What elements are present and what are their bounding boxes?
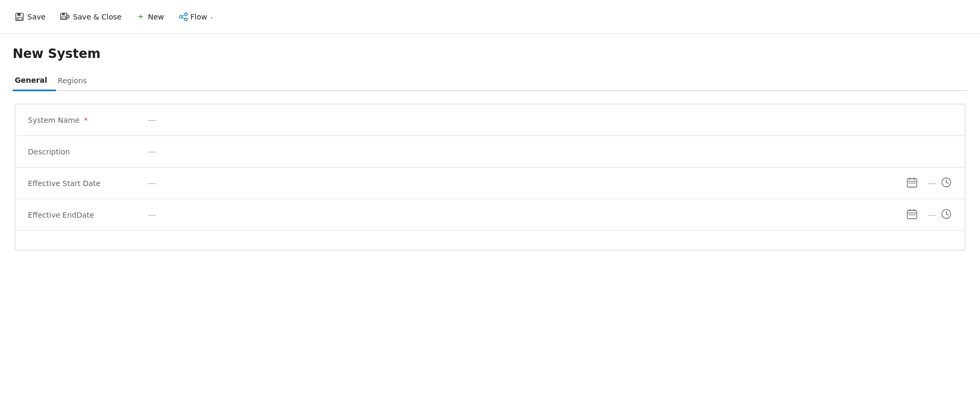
svg-point-10: [180, 15, 182, 18]
svg-rect-30: [911, 214, 913, 216]
save-label: Save: [27, 13, 45, 21]
system-name-row: System Name * ---: [15, 104, 965, 136]
svg-rect-5: [62, 13, 65, 15]
effective-start-date-value-right[interactable]: ---: [924, 179, 936, 188]
svg-point-12: [185, 18, 188, 21]
effective-start-date-calendar-icon[interactable]: [906, 177, 918, 190]
description-row: Description ---: [15, 136, 965, 168]
svg-line-13: [182, 15, 185, 16]
flow-button[interactable]: Flow ⌄: [172, 8, 220, 26]
svg-rect-1: [17, 13, 21, 16]
effective-start-date-value-left[interactable]: ---: [144, 179, 906, 188]
svg-rect-20: [911, 182, 913, 184]
svg-rect-19: [909, 182, 910, 184]
svg-rect-21: [914, 182, 915, 184]
effective-end-date-clock-icon[interactable]: [940, 208, 952, 222]
new-label: New: [148, 13, 164, 21]
system-name-label: System Name *: [28, 116, 144, 124]
required-indicator: *: [84, 116, 87, 124]
chevron-down-icon: ⌄: [209, 14, 213, 19]
effective-start-date-clock-icon[interactable]: [940, 177, 952, 190]
save-button[interactable]: Save: [8, 8, 52, 26]
form-container: System Name * --- Description --- Effect…: [15, 104, 965, 250]
save-close-label: Save & Close: [73, 13, 121, 21]
svg-line-34: [946, 214, 948, 215]
svg-rect-2: [17, 17, 22, 20]
effective-start-date-label: Effective Start Date: [28, 179, 144, 188]
toolbar: Save Save & Close ＋ New: [0, 0, 980, 34]
svg-line-24: [946, 182, 948, 183]
flow-label: Flow: [190, 13, 207, 21]
svg-line-14: [182, 17, 185, 19]
svg-point-11: [185, 13, 188, 15]
new-button[interactable]: ＋ New: [130, 7, 171, 26]
tab-regions[interactable]: Regions: [56, 72, 95, 91]
svg-rect-6: [62, 17, 66, 19]
system-name-value[interactable]: ---: [144, 116, 952, 124]
description-label: Description: [28, 148, 144, 156]
effective-end-date-middle: ---: [906, 208, 936, 222]
description-value[interactable]: ---: [144, 148, 952, 156]
effective-end-date-value-left[interactable]: ---: [144, 211, 906, 219]
page-title: New System: [13, 46, 967, 61]
effective-end-date-value-right[interactable]: ---: [924, 211, 936, 219]
svg-rect-31: [914, 214, 915, 216]
save-icon: [15, 12, 24, 22]
effective-end-date-label: Effective EndDate: [28, 211, 144, 219]
page-content: New System General Regions System Name *…: [0, 34, 980, 263]
tabs: General Regions: [13, 72, 967, 91]
effective-start-date-middle: ---: [906, 177, 936, 190]
svg-rect-3: [18, 18, 19, 19]
flow-icon: [179, 12, 188, 22]
form-bottom-spacer: [15, 231, 965, 250]
effective-end-date-row: Effective EndDate --- ---: [15, 199, 965, 231]
tab-general[interactable]: General: [13, 72, 56, 91]
save-close-icon: [60, 12, 70, 22]
svg-rect-29: [909, 214, 910, 216]
effective-start-date-row: Effective Start Date --- ---: [15, 168, 965, 199]
plus-icon: ＋: [136, 11, 145, 22]
save-close-button[interactable]: Save & Close: [54, 8, 128, 26]
effective-end-date-calendar-icon[interactable]: [906, 208, 918, 222]
